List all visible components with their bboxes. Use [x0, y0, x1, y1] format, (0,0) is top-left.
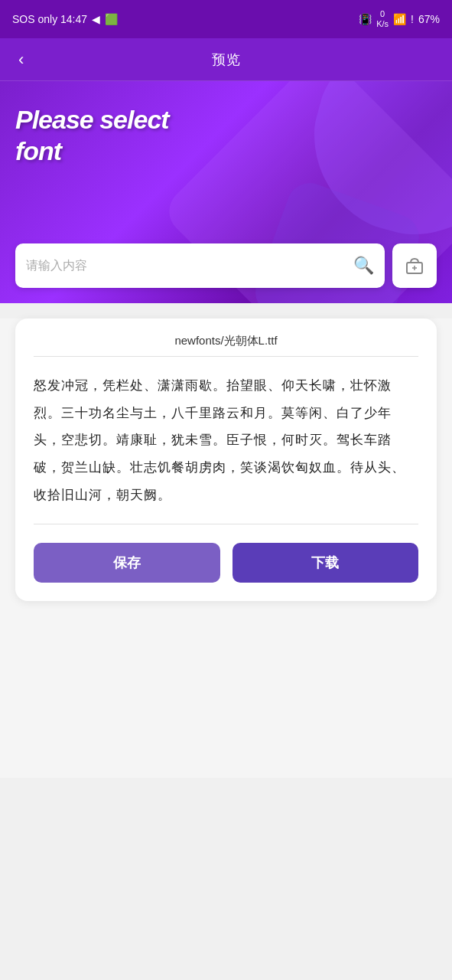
- hero-area: Please select font 🔍: [0, 81, 452, 303]
- font-card: newfonts/光朝体L.ttf 怒发冲冠，凭栏处、潇潇雨歇。抬望眼、仰天长啸…: [15, 318, 437, 601]
- hero-title-line1: Please select: [15, 104, 169, 136]
- back-button[interactable]: ‹: [12, 44, 30, 76]
- save-button[interactable]: 保存: [34, 543, 220, 583]
- app-icon: 🟩: [105, 13, 118, 25]
- download-button[interactable]: 下载: [233, 543, 419, 583]
- wifi-icon: 📶: [393, 13, 406, 25]
- hero-title-line2: font: [15, 136, 169, 167]
- hero-title: Please select font: [15, 104, 169, 167]
- vibrate-icon: 📳: [359, 13, 372, 25]
- network-speed: 0K/s: [376, 9, 389, 29]
- battery-icon: 67%: [418, 13, 440, 25]
- card-actions: 保存 下载: [34, 543, 418, 583]
- status-bar: SOS only 14:47 ◀ 🟩 📳 0K/s 📶 ! 67%: [0, 0, 452, 38]
- card-area: newfonts/光朝体L.ttf 怒发冲冠，凭栏处、潇潇雨歇。抬望眼、仰天长啸…: [0, 318, 452, 778]
- status-right: 📳 0K/s 📶 ! 67%: [359, 9, 440, 29]
- font-card-text: 怒发冲冠，凭栏处、潇潇雨歇。抬望眼、仰天长啸，壮怀激烈。三十功名尘与土，八千里路…: [34, 372, 418, 508]
- divider-bottom: [34, 524, 418, 524]
- nav-bar: ‹ 预览: [0, 38, 452, 81]
- battery-alert-icon: !: [411, 13, 414, 25]
- nav-title: 预览: [212, 51, 241, 69]
- basket-icon: [404, 255, 425, 276]
- font-card-title: newfonts/光朝体L.ttf: [34, 334, 418, 348]
- basket-button[interactable]: [392, 243, 437, 288]
- search-row: 🔍: [15, 243, 437, 288]
- search-input[interactable]: [26, 259, 347, 273]
- location-icon: ◀: [92, 13, 100, 25]
- status-text: SOS only 14:47: [12, 13, 87, 25]
- divider-top: [34, 356, 418, 357]
- status-left: SOS only 14:47 ◀ 🟩: [12, 13, 118, 25]
- search-input-wrap: 🔍: [15, 243, 385, 288]
- search-icon[interactable]: 🔍: [353, 256, 374, 276]
